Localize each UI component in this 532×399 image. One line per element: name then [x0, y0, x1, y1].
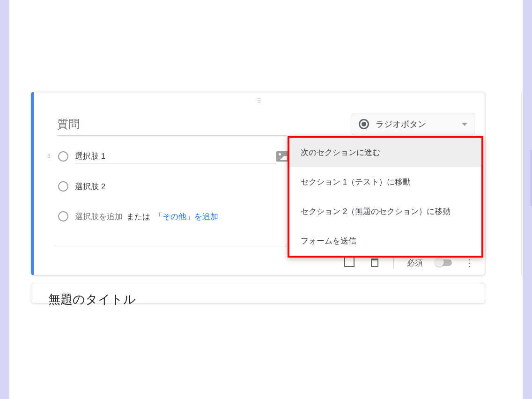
question-type-label: ラジオボタン [376, 118, 455, 130]
question-type-select[interactable]: ラジオボタン [352, 113, 474, 135]
card-shadow [521, 92, 522, 275]
question-title-row [57, 118, 287, 136]
next-section-card[interactable]: 無題のタイトル [31, 283, 485, 303]
duplicate-button[interactable] [345, 257, 356, 268]
option-row: ⠿ ✕ [47, 179, 309, 193]
drag-handle-icon[interactable]: ⠿ [257, 97, 262, 104]
radio-outline-icon [58, 181, 68, 192]
required-label: 必須 [407, 258, 423, 268]
option-row: ⠿ ✕ [47, 149, 309, 163]
image-icon[interactable] [276, 151, 288, 162]
question-title-input[interactable] [57, 118, 287, 131]
page-margin-left [0, 0, 9, 399]
drag-handle-icon[interactable]: ⠿ [47, 153, 55, 160]
delete-button[interactable] [369, 257, 380, 268]
copy-icon [346, 259, 355, 267]
option-text-input[interactable] [75, 180, 276, 193]
add-option-button[interactable]: 選択肢を追加 [75, 211, 123, 222]
section-navigation-dropdown: 次のセクションに進む セクション 1（テスト）に移動 セクション 2（無題のセク… [288, 136, 483, 258]
chevron-down-icon [462, 123, 467, 126]
radio-icon [359, 119, 369, 129]
add-other-button[interactable]: 「その他」を追加 [155, 211, 218, 222]
dropdown-item-next-section[interactable]: 次のセクションに進む [289, 138, 481, 167]
dropdown-item-submit-form[interactable]: フォームを送信 [289, 226, 481, 256]
next-section-title: 無題のタイトル [48, 291, 136, 308]
radio-outline-icon [58, 211, 68, 222]
radio-outline-icon [58, 151, 68, 162]
dropdown-item-goto-section-2[interactable]: セクション 2（無題のセクション）に移動 [289, 197, 481, 226]
scrollbar-hint [530, 150, 532, 206]
add-option-row: ⠿ 選択肢を追加 または 「その他」を追加 [47, 209, 309, 223]
trash-icon [371, 259, 378, 267]
dropdown-item-goto-section-1[interactable]: セクション 1（テスト）に移動 [289, 167, 481, 197]
option-text-input[interactable] [75, 150, 276, 163]
required-toggle[interactable] [436, 259, 452, 266]
or-separator: または [126, 211, 150, 222]
divider [393, 257, 394, 269]
more-menu-button[interactable]: ⋮ [465, 257, 474, 268]
